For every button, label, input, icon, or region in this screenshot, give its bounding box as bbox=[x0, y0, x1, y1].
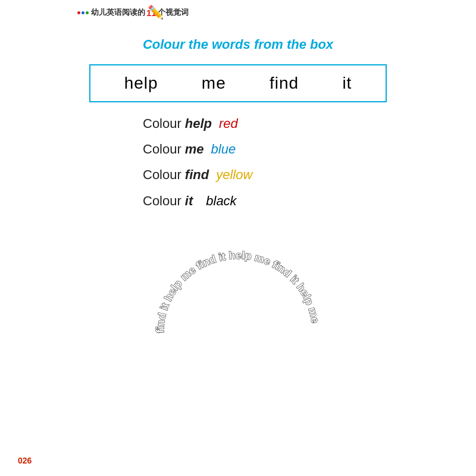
dot-green bbox=[86, 11, 89, 14]
colour-prefix-3: Colour bbox=[143, 164, 181, 185]
word-box-me: me bbox=[202, 74, 226, 93]
colour-instructions: Colour help red Colour me blue Colour fi… bbox=[0, 113, 476, 211]
word-box-help: help bbox=[124, 74, 158, 93]
word-box-it: it bbox=[342, 74, 352, 93]
color-word-blue: blue bbox=[211, 139, 236, 159]
keyword-me: me bbox=[185, 139, 204, 159]
instruction-row-it: Colour it black bbox=[143, 190, 237, 211]
main-title: Colour the words from the box bbox=[0, 37, 476, 52]
page-number: 026 bbox=[18, 456, 32, 465]
color-word-yellow: yellow bbox=[216, 164, 252, 185]
word-box: help me find it bbox=[89, 64, 387, 102]
instruction-row-find: Colour find yellow bbox=[143, 164, 252, 185]
logo-text: 幼儿英语阅读的 bbox=[91, 7, 145, 18]
logo-dots bbox=[77, 11, 89, 14]
dot-red bbox=[77, 11, 80, 14]
circle-text: find it help me find it help me find it … bbox=[154, 249, 321, 333]
colour-prefix-2: Colour bbox=[143, 139, 181, 159]
header-logo: 幼儿英语阅读的 11 个视觉词 bbox=[77, 7, 189, 18]
colour-prefix-4: Colour bbox=[143, 190, 181, 211]
pencil-icon: ✏️ bbox=[148, 5, 164, 20]
circle-svg: .outline-text { font-family: Arial, sans… bbox=[143, 238, 333, 428]
instruction-row-help: Colour help red bbox=[143, 113, 238, 134]
circle-words: .outline-text { font-family: Arial, sans… bbox=[143, 238, 333, 428]
dot-blue bbox=[82, 11, 84, 14]
keyword-find: find bbox=[185, 164, 209, 185]
keyword-it: it bbox=[185, 190, 193, 211]
color-word-black: black bbox=[206, 190, 236, 211]
word-box-find: find bbox=[270, 74, 299, 93]
instruction-row-me: Colour me blue bbox=[143, 139, 236, 159]
color-word-red: red bbox=[219, 113, 238, 134]
keyword-help: help bbox=[185, 113, 212, 134]
colour-prefix-1: Colour bbox=[143, 113, 181, 134]
